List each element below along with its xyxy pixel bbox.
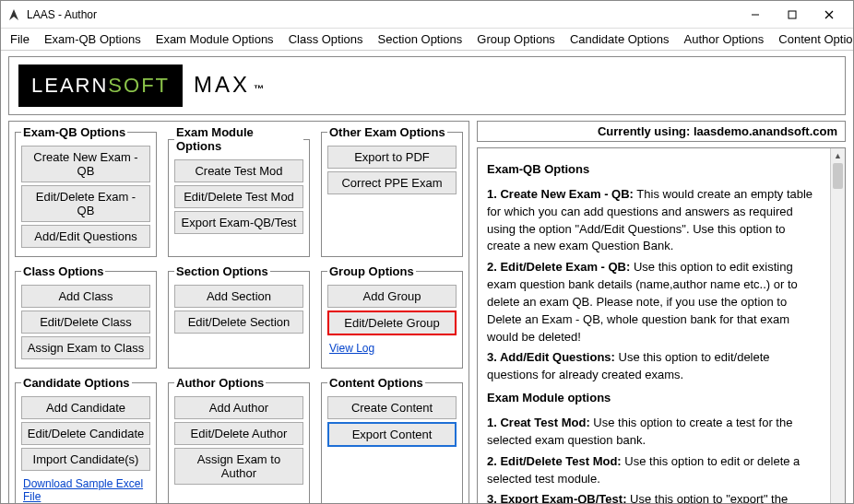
download-sample-excel-link[interactable]: Download Sample Excel File bbox=[23, 477, 148, 503]
help-p5-lead: 2. Edit/Delete Test Mod: bbox=[487, 454, 622, 468]
help-heading-1: Exam-QB Options bbox=[487, 161, 821, 179]
edit-delete-group-button[interactable]: Edit/Delete Group bbox=[327, 311, 457, 335]
add-edit-questions-button[interactable]: Add/Edit Questions bbox=[21, 225, 150, 248]
logo-learn: LEARN bbox=[31, 74, 108, 97]
content-options-title: Content Options bbox=[327, 376, 425, 390]
help-p1-lead: 1. Create New Exam - QB: bbox=[487, 187, 634, 201]
help-scrollbar[interactable]: ▲ ▼ bbox=[830, 148, 845, 504]
window-title: LAAS - Author bbox=[27, 8, 737, 21]
app-icon bbox=[6, 7, 21, 22]
exam-module-options-group: Exam Module Options Create Test Mod Edit… bbox=[168, 125, 310, 257]
help-p6-lead: 3. Export Exam-QB/Test: bbox=[487, 492, 626, 504]
group-options-group: Group Options Add Group Edit/Delete Grou… bbox=[321, 264, 463, 369]
content-options-group: Content Options Create Content Export Co… bbox=[321, 376, 463, 504]
edit-delete-class-button[interactable]: Edit/Delete Class bbox=[21, 311, 150, 334]
svg-rect-1 bbox=[789, 11, 796, 18]
close-window-button[interactable] bbox=[811, 2, 848, 28]
add-class-button[interactable]: Add Class bbox=[21, 285, 150, 308]
exam-module-title: Exam Module Options bbox=[174, 125, 303, 153]
create-new-exam-qb-button[interactable]: Create New Exam - QB bbox=[21, 146, 150, 182]
help-panel: Exam-QB Options 1. Create New Exam - QB:… bbox=[477, 147, 846, 504]
export-exam-qb-test-button[interactable]: Export Exam-QB/Test bbox=[174, 211, 303, 234]
edit-delete-exam-qb-button[interactable]: Edit/Delete Exam - QB bbox=[21, 185, 150, 222]
options-panel: Exam-QB Options Create New Exam - QB Edi… bbox=[8, 121, 469, 504]
logo-area: LEARNSOFT MAX ™ bbox=[8, 56, 846, 115]
help-p2-lead: 2. Edit/Delete Exam - QB: bbox=[487, 260, 630, 274]
create-content-button[interactable]: Create Content bbox=[327, 396, 457, 419]
class-options-group: Class Options Add Class Edit/Delete Clas… bbox=[15, 264, 157, 369]
maximize-button[interactable] bbox=[774, 2, 811, 28]
help-p4-lead: 1. Creat Test Mod: bbox=[487, 416, 590, 429]
edit-delete-test-mod-button[interactable]: Edit/Delete Test Mod bbox=[174, 185, 303, 208]
menu-content[interactable]: Content Options bbox=[778, 32, 854, 46]
logo-tm: ™ bbox=[254, 83, 264, 94]
exam-qb-title: Exam-QB Options bbox=[21, 125, 127, 139]
export-content-button[interactable]: Export Content bbox=[327, 422, 457, 447]
add-candidate-button[interactable]: Add Candidate bbox=[21, 396, 150, 419]
import-candidates-button[interactable]: Import Candidate(s) bbox=[21, 448, 150, 471]
menu-exam-qb[interactable]: Exam-QB Options bbox=[44, 32, 141, 46]
add-section-button[interactable]: Add Section bbox=[174, 285, 303, 308]
other-exam-title: Other Exam Options bbox=[327, 125, 447, 139]
menu-bar: File Exam-QB Options Exam Module Options… bbox=[1, 29, 853, 51]
logo-soft: SOFT bbox=[108, 74, 170, 97]
menu-section[interactable]: Section Options bbox=[378, 32, 463, 46]
candidate-options-title: Candidate Options bbox=[21, 376, 132, 390]
class-options-title: Class Options bbox=[21, 264, 105, 278]
minimize-button[interactable] bbox=[737, 2, 774, 28]
add-group-button[interactable]: Add Group bbox=[327, 285, 457, 308]
author-options-title: Author Options bbox=[174, 376, 266, 390]
currently-using-bar: Currently using: laasdemo.anandsoft.com bbox=[477, 121, 846, 142]
edit-delete-author-button[interactable]: Edit/Delete Author bbox=[174, 422, 303, 445]
author-options-group: Author Options Add Author Edit/Delete Au… bbox=[168, 376, 310, 504]
assign-exam-to-author-button[interactable]: Assign Exam to Author bbox=[174, 448, 303, 485]
scroll-thumb[interactable] bbox=[833, 163, 843, 189]
help-heading-2: Exam Module options bbox=[487, 390, 821, 407]
assign-exam-to-class-button[interactable]: Assign Exam to Class bbox=[21, 336, 150, 359]
other-exam-options-group: Other Exam Options Export to PDF Correct… bbox=[321, 125, 463, 257]
add-author-button[interactable]: Add Author bbox=[174, 396, 303, 419]
section-options-title: Section Options bbox=[174, 264, 270, 278]
candidate-options-group: Candidate Options Add Candidate Edit/Del… bbox=[15, 376, 157, 504]
title-bar: LAAS - Author bbox=[1, 1, 853, 29]
help-p3-lead: 3. Add/Edit Questions: bbox=[487, 350, 615, 364]
menu-group[interactable]: Group Options bbox=[477, 32, 555, 46]
edit-delete-section-button[interactable]: Edit/Delete Section bbox=[174, 311, 303, 334]
menu-file[interactable]: File bbox=[10, 32, 30, 46]
correct-ppe-exam-button[interactable]: Correct PPE Exam bbox=[327, 171, 457, 194]
logo-max: MAX bbox=[194, 72, 250, 98]
section-options-group: Section Options Add Section Edit/Delete … bbox=[168, 264, 310, 369]
scroll-up-icon[interactable]: ▲ bbox=[831, 148, 845, 163]
exam-qb-options-group: Exam-QB Options Create New Exam - QB Edi… bbox=[15, 125, 157, 257]
menu-class[interactable]: Class Options bbox=[289, 32, 363, 46]
export-to-pdf-button[interactable]: Export to PDF bbox=[327, 146, 457, 169]
menu-candidate[interactable]: Candidate Options bbox=[570, 32, 670, 46]
menu-author[interactable]: Author Options bbox=[684, 32, 765, 46]
group-options-title: Group Options bbox=[327, 264, 416, 278]
create-test-mod-button[interactable]: Create Test Mod bbox=[174, 159, 303, 182]
view-log-link[interactable]: View Log bbox=[329, 342, 374, 355]
logo: LEARNSOFT MAX ™ bbox=[18, 64, 264, 107]
menu-exam-module[interactable]: Exam Module Options bbox=[156, 32, 274, 46]
edit-delete-candidate-button[interactable]: Edit/Delete Candidate bbox=[21, 422, 150, 445]
